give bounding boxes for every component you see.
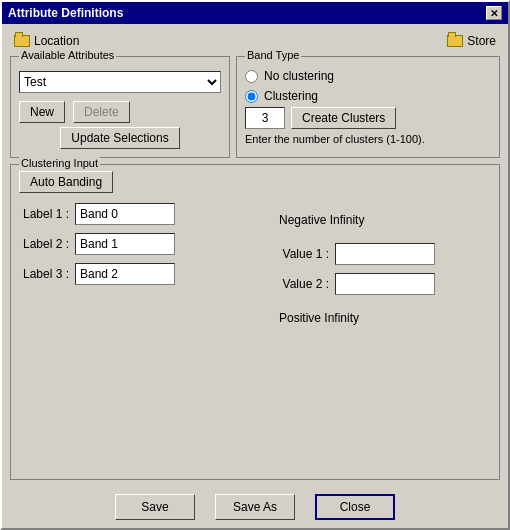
close-icon[interactable]: ✕: [486, 6, 502, 20]
band-type-label: Band Type: [245, 49, 301, 61]
value-row-1: Value 1 :: [279, 243, 435, 265]
value-2-input[interactable]: [335, 273, 435, 295]
label-row-1: Label 1 :: [19, 203, 259, 225]
store-item: Store: [447, 34, 496, 48]
label-row-3: Label 3 :: [19, 263, 259, 285]
location-item: Location: [14, 34, 79, 48]
delete-button[interactable]: Delete: [73, 101, 130, 123]
label-2-text: Label 2 :: [19, 237, 69, 251]
top-row: Location Store: [10, 32, 500, 50]
label-row-2: Label 2 :: [19, 233, 259, 255]
label-1-text: Label 1 :: [19, 207, 69, 221]
store-label: Store: [467, 34, 496, 48]
band-0-input[interactable]: [75, 203, 175, 225]
update-selections-button[interactable]: Update Selections: [60, 127, 179, 149]
value-2-text: Value 2 :: [279, 277, 329, 291]
attribute-select-row: Test: [19, 71, 221, 93]
location-folder-icon: [14, 35, 30, 47]
auto-banding-row: Auto Banding: [19, 171, 491, 193]
content-area: Location Store Available Attributes Test…: [2, 24, 508, 488]
title-bar: Attribute Definitions ✕: [2, 2, 508, 24]
new-delete-row: New Delete: [19, 101, 221, 123]
window-title: Attribute Definitions: [8, 6, 123, 20]
main-panels: Available Attributes Test New Delete Upd…: [10, 56, 500, 158]
cluster-input-row: Create Clusters: [245, 107, 491, 129]
value-1-text: Value 1 :: [279, 247, 329, 261]
clustering-row: Clustering: [245, 89, 491, 103]
label-3-text: Label 3 :: [19, 267, 69, 281]
cluster-hint: Enter the number of clusters (1-100).: [245, 133, 491, 145]
clustering-input-label: Clustering Input: [19, 157, 100, 169]
update-btn-row: Update Selections: [19, 127, 221, 149]
labels-values-row: Label 1 : Label 2 : Label 3 : Negative I…: [19, 203, 491, 325]
band-2-input[interactable]: [75, 263, 175, 285]
clustering-label: Clustering: [264, 89, 318, 103]
auto-banding-button[interactable]: Auto Banding: [19, 171, 113, 193]
no-clustering-row: No clustering: [245, 69, 491, 83]
clustering-radio[interactable]: [245, 90, 258, 103]
cluster-number-input[interactable]: [245, 107, 285, 129]
no-clustering-radio[interactable]: [245, 70, 258, 83]
positive-infinity-label: Positive Infinity: [279, 311, 359, 325]
value-1-input[interactable]: [335, 243, 435, 265]
new-button[interactable]: New: [19, 101, 65, 123]
band-1-input[interactable]: [75, 233, 175, 255]
close-button[interactable]: Close: [315, 494, 395, 520]
save-as-button[interactable]: Save As: [215, 494, 295, 520]
no-clustering-label: No clustering: [264, 69, 334, 83]
footer-buttons: Save Save As Close: [2, 488, 508, 528]
band-type-group: Band Type No clustering Clustering Creat…: [236, 56, 500, 158]
values-column: Negative Infinity Value 1 : Value 2 : Po…: [259, 203, 435, 325]
negative-infinity-label: Negative Infinity: [279, 213, 364, 227]
save-button[interactable]: Save: [115, 494, 195, 520]
clustering-input-group: Clustering Input Auto Banding Label 1 : …: [10, 164, 500, 480]
available-attributes-label: Available Attributes: [19, 49, 116, 61]
value-row-2: Value 2 :: [279, 273, 435, 295]
store-folder-icon: [447, 35, 463, 47]
attribute-definitions-window: Attribute Definitions ✕ Location Store A…: [0, 0, 510, 530]
create-clusters-button[interactable]: Create Clusters: [291, 107, 396, 129]
location-label: Location: [34, 34, 79, 48]
available-attributes-group: Available Attributes Test New Delete Upd…: [10, 56, 230, 158]
attribute-dropdown[interactable]: Test: [19, 71, 221, 93]
labels-column: Label 1 : Label 2 : Label 3 :: [19, 203, 259, 325]
